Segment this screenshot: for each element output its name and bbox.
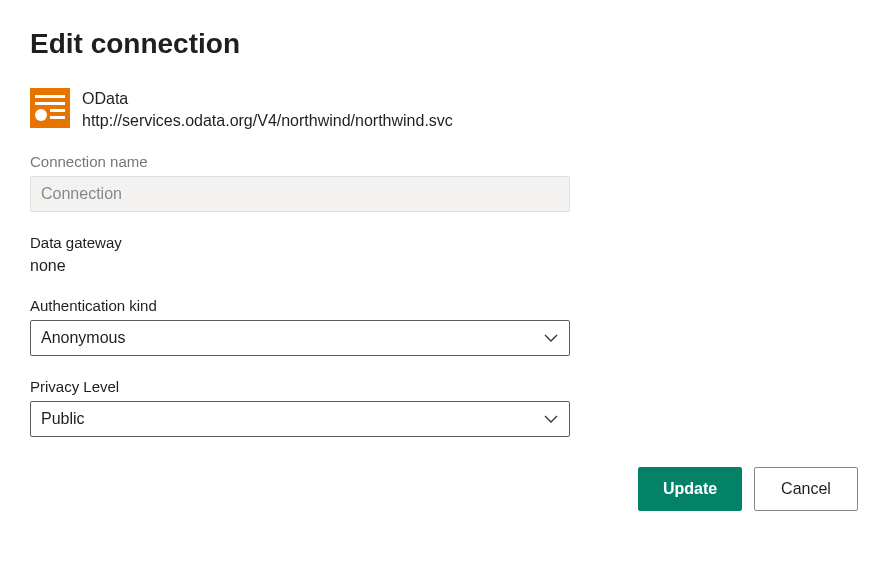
privacy-level-label: Privacy Level — [30, 378, 859, 395]
update-button[interactable]: Update — [638, 467, 742, 511]
datasource-url: http://services.odata.org/V4/northwind/n… — [82, 110, 453, 132]
data-gateway-value: none — [30, 257, 859, 275]
svg-rect-0 — [30, 88, 70, 128]
odata-icon — [30, 88, 70, 128]
authentication-kind-label: Authentication kind — [30, 297, 859, 314]
authentication-kind-field: Authentication kind Anonymous — [30, 297, 859, 356]
datasource-name: OData — [82, 88, 453, 110]
privacy-level-select[interactable]: Public — [30, 401, 570, 437]
privacy-level-field: Privacy Level Public — [30, 378, 859, 437]
svg-rect-4 — [50, 116, 65, 119]
svg-rect-3 — [50, 109, 65, 112]
cancel-button[interactable]: Cancel — [754, 467, 858, 511]
svg-point-5 — [35, 109, 47, 121]
connection-name-label: Connection name — [30, 153, 859, 170]
authentication-kind-select[interactable]: Anonymous — [30, 320, 570, 356]
svg-rect-1 — [35, 95, 65, 98]
datasource-summary: OData http://services.odata.org/V4/north… — [30, 88, 859, 133]
data-gateway-field: Data gateway none — [30, 234, 859, 275]
data-gateway-label: Data gateway — [30, 234, 859, 251]
svg-rect-2 — [35, 102, 65, 105]
dialog-actions: Update Cancel — [30, 467, 858, 511]
page-title: Edit connection — [30, 28, 859, 60]
connection-name-input[interactable] — [30, 176, 570, 212]
connection-name-field: Connection name — [30, 153, 859, 212]
